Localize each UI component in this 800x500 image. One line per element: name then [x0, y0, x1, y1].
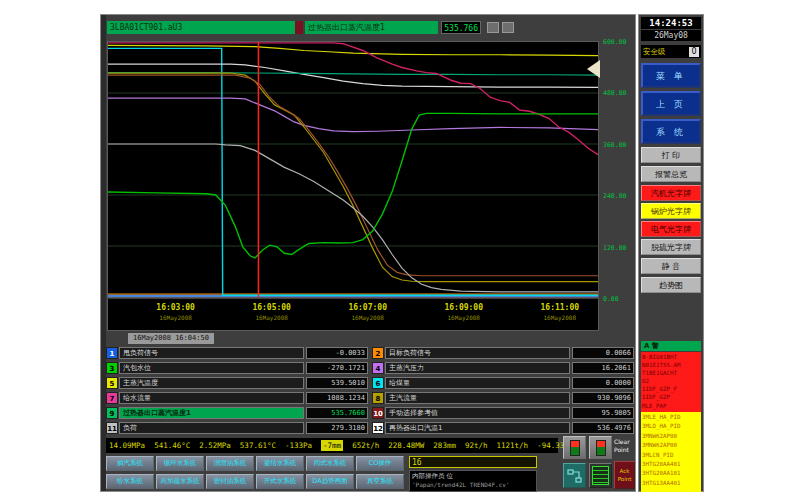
clock: 14:24:53	[641, 17, 701, 29]
legend-pen-label: 目标负荷信号	[385, 347, 570, 359]
security-value: 0	[689, 47, 699, 57]
scale-label: 0.00	[603, 295, 619, 303]
system-message-box: 内部操作员 位 'Papan/trend42L TREND4F.cv'	[409, 470, 537, 492]
sidebar-button-2[interactable]: 上 页	[641, 91, 701, 116]
legend-row[interactable]: 3汽包水位-270.1721	[106, 361, 368, 374]
legend-pen-label: 手动选择参考值	[385, 407, 570, 419]
legend-row[interactable]: 8主汽流量930.9096	[372, 391, 634, 404]
alarm-item[interactable]: T1BE1GACHT	[642, 369, 700, 377]
alarm-item[interactable]: 3HTG20AA101	[642, 469, 700, 478]
sidebar-button-7[interactable]: 锅炉光字牌	[641, 203, 701, 219]
nav-button[interactable]: 润滑油系统	[206, 456, 254, 471]
nav-button[interactable]: 闭式水系统	[306, 456, 354, 471]
nav-button[interactable]: 密封油系统	[206, 474, 254, 489]
legend-pen-label: 负荷	[119, 422, 304, 434]
legend-pen-label: 给水流量	[119, 392, 304, 404]
alarm-item[interactable]: O2	[642, 377, 700, 385]
alarm-list-red: B-BIG01BHTN01E1TSS.AMT1BE1GACHTO21IDF_GZ…	[641, 352, 701, 413]
alarm-item[interactable]: 3MLE_HA_PID	[642, 413, 700, 422]
nav-button[interactable]: 开式水系统	[256, 474, 304, 489]
time-tick: 16:09:0016May2008	[444, 303, 483, 321]
legend-pen-label: 主蒸汽温度	[119, 377, 304, 389]
legend-pen-value: -270.1721	[306, 362, 368, 374]
nav-button[interactable]: 抽汽系统	[106, 456, 154, 471]
scale-label: 480.00	[603, 89, 626, 97]
point-button-1[interactable]	[563, 436, 586, 459]
scale-marker[interactable]	[587, 60, 600, 78]
legend-row[interactable]: 12再热器出口汽温1536.4976	[372, 421, 634, 434]
legend-row[interactable]: 11负荷279.3180	[106, 421, 368, 434]
legend-pen-value: 535.7660	[306, 407, 368, 419]
tick-date-label: 16May2008	[541, 314, 580, 321]
alarm-item[interactable]: 3MLD_HA_PID	[642, 422, 700, 431]
legend-row[interactable]: 10手动选择参考值95.9805	[372, 406, 634, 419]
ack-point-button[interactable]: Ack Point	[614, 461, 635, 489]
diagram-link-button[interactable]	[563, 463, 586, 488]
sidebar-buttons: 菜 单上 页系 统打 印报警总览汽机光字牌锅炉光字牌电气光字牌脱硫光字牌静 音趋…	[641, 63, 701, 296]
trend-window: 3LBA01CT901.aU3 过热器出口蒸汽温度1 535.766 600.0…	[100, 14, 636, 492]
command-input[interactable]	[409, 456, 537, 468]
header-tool-button-2[interactable]	[502, 22, 514, 33]
legend-row[interactable]: 2目标负荷信号0.0066	[372, 346, 634, 359]
nav-button[interactable]: CO操作	[356, 456, 404, 471]
sidebar-button-8[interactable]: 电气光字牌	[641, 221, 701, 237]
trend-plot[interactable]	[107, 41, 599, 298]
time-axis: 16:03:0016May200816:05:0016May200816:07:…	[107, 299, 599, 331]
point-button-2[interactable]	[589, 436, 612, 459]
nav-button[interactable]: DA趋势画面	[306, 474, 354, 489]
value-scale: 600.00480.00360.00240.00120.000.00	[600, 41, 633, 305]
legend-row[interactable]: 9过热器出口蒸汽温度1535.7660	[106, 406, 368, 419]
legend-row[interactable]: 7给水流量1088.1234	[106, 391, 368, 404]
legend-pen-label: 过热器出口蒸汽温度1	[119, 407, 304, 419]
legend-row[interactable]: 4主蒸汽压力16.2061	[372, 361, 634, 374]
legend-row[interactable]: 1甩负荷信号-0.0033	[106, 346, 368, 359]
legend-row[interactable]: 5主蒸汽温度539.5010	[106, 376, 368, 389]
nav-button[interactable]: 凝结水系统	[256, 456, 304, 471]
trend-series-pen6-coal-feed	[108, 48, 598, 295]
alarm-item[interactable]: 3MNW62AP00	[642, 441, 700, 450]
nav-button[interactable]: 真空系统	[356, 474, 404, 489]
status-value: 652t/h	[352, 441, 379, 450]
tick-time-label: 16:05:00	[252, 303, 291, 312]
header-tool-button-1[interactable]	[487, 22, 499, 33]
selected-tag-field[interactable]: 3LBA01CT901.aU3	[107, 21, 296, 34]
time-tick: 16:11:0016May2008	[541, 303, 580, 321]
legend-pen-chip: 12	[372, 422, 384, 434]
alarm-item[interactable]: B-BIG01BHT	[642, 353, 700, 361]
legend-pen-chip: 10	[372, 407, 384, 419]
sidebar-button-9[interactable]: 脱硫光字牌	[641, 239, 701, 255]
alarm-item[interactable]: 3HTG20AA401	[642, 460, 700, 469]
node-link-icon	[567, 468, 583, 484]
alarm-item[interactable]: 1IDF_GZP	[642, 393, 700, 401]
legend-row[interactable]: 6给煤量0.0000	[372, 376, 634, 389]
clear-point-label: Clear Point	[614, 438, 638, 454]
sidebar-button-1[interactable]: 菜 单	[641, 63, 701, 88]
scale-label: 240.00	[603, 192, 626, 200]
sidebar-button-4[interactable]: 打 印	[641, 147, 701, 163]
nav-button[interactable]: 给水系统	[106, 474, 154, 489]
sidebar-button-5[interactable]: 报警总览	[641, 166, 701, 182]
alarm-item[interactable]: 3HTG13AA401	[642, 479, 700, 488]
nav-button[interactable]: 高加疏水系统	[156, 474, 204, 489]
alarm-item[interactable]: MLE_PAP	[642, 402, 700, 410]
alarm-item[interactable]: N01E1TSS.AM	[642, 361, 700, 369]
alarm-item[interactable]: 1IDF_GZP_F	[642, 385, 700, 393]
sidebar-button-11[interactable]: 趋势图	[641, 277, 701, 293]
alarm-item[interactable]: 3MLCN_PID	[642, 451, 700, 460]
nav-button[interactable]: 循环水系统	[156, 456, 204, 471]
legend-pen-chip: 5	[106, 377, 118, 389]
sidebar-button-3[interactable]: 系 统	[641, 119, 701, 144]
alarm-item[interactable]: 3MNW62AP00	[642, 432, 700, 441]
trend-grid-button[interactable]	[589, 463, 612, 488]
security-level: 安全级 0	[641, 45, 701, 58]
tick-date-label: 16May2008	[348, 314, 387, 321]
sidebar-button-10[interactable]: 静 音	[641, 258, 701, 274]
legend-pen-label: 甩负荷信号	[119, 347, 304, 359]
cursor-timestamp: 16May2008 16:04:50	[128, 333, 214, 344]
status-bar: 14.09MPa541.46°C2.52MPa537.61°C-133Pa-7m…	[106, 438, 558, 453]
legend-pen-label: 给煤量	[385, 377, 570, 389]
selected-pen-label[interactable]: 过热器出口蒸汽温度1	[305, 21, 438, 34]
legend-pen-value: 1088.1234	[306, 392, 368, 404]
tick-time-label: 16:09:00	[444, 303, 483, 312]
sidebar-button-6[interactable]: 汽机光字牌	[641, 185, 701, 201]
